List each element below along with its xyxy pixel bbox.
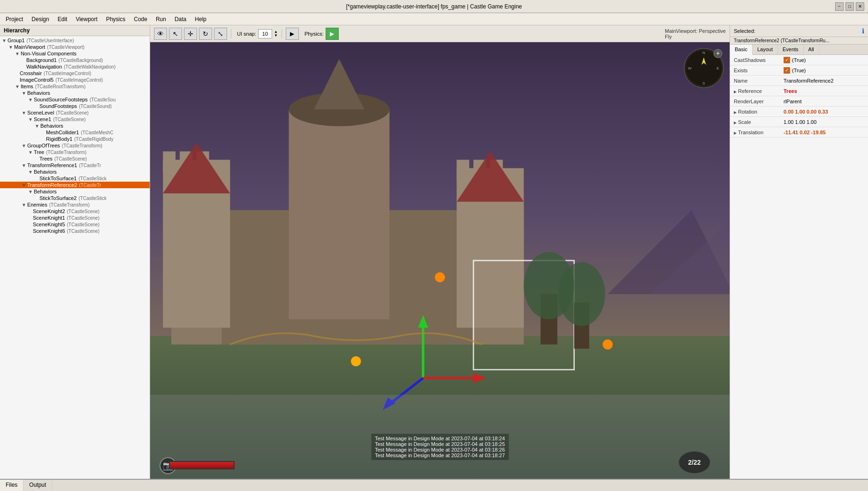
tree-item-behaviors4[interactable]: ▼ Behaviors bbox=[0, 188, 150, 195]
selected-label: Selected: bbox=[734, 28, 755, 34]
prop-value-name[interactable]: TransformReference2 bbox=[782, 77, 868, 84]
tree-item-sceneknight2[interactable]: SceneKnight2 (TCastleScene) bbox=[0, 208, 150, 215]
tree-label-items: Items bbox=[21, 84, 33, 89]
prop-value-exists[interactable]: ✓(True) bbox=[782, 66, 868, 75]
menu-help[interactable]: Help bbox=[191, 15, 210, 23]
tree-type-sceneknight1: (TCastleScene) bbox=[67, 215, 99, 221]
rotate-button[interactable]: ↻ bbox=[199, 28, 212, 40]
scale-button[interactable]: ⤡ bbox=[214, 28, 227, 40]
tree-item-imagecontrol5[interactable]: ImageControl5 (TCastleImageControl) bbox=[0, 77, 150, 83]
menu-edit[interactable]: Edit bbox=[54, 15, 71, 23]
tree-type-tree: (TCastleTransform) bbox=[46, 150, 86, 155]
cursor-button[interactable]: ↖ bbox=[169, 28, 182, 40]
prop-name-reference[interactable]: Reference bbox=[730, 87, 782, 95]
snap-down-arrow[interactable]: ▼ bbox=[274, 34, 278, 38]
tree-item-transformreference1[interactable]: ▼ TransformReference1 (TCastleTr bbox=[0, 162, 150, 169]
move-button[interactable]: ✛ bbox=[184, 28, 197, 40]
menu-data[interactable]: Data bbox=[171, 15, 190, 23]
main-layout: Hierarchy ▼ Group1 (TCastleUserInterface… bbox=[0, 25, 868, 479]
tree-item-groupoftrees[interactable]: ▼ GroupOfTrees (TCastleTransform) bbox=[0, 142, 150, 149]
tree-label-sceneknight1: SceneKnight1 bbox=[33, 215, 65, 221]
prop-name-translation[interactable]: Translation bbox=[730, 129, 782, 136]
tree-item-walknavigation[interactable]: WalkNavigation (TCastleWalkNavigation) bbox=[0, 63, 150, 70]
menu-code[interactable]: Code bbox=[130, 15, 151, 23]
prop-value-renderlayer[interactable]: rlParent bbox=[782, 98, 868, 105]
tree-arrow-nonvisual: ▼ bbox=[15, 51, 20, 56]
tree-type-enemies: (TCastleTransform) bbox=[49, 202, 90, 207]
tab-files[interactable]: Files bbox=[0, 480, 23, 491]
prop-value-rotation[interactable]: 0.00 1.00 0.00 0.33 bbox=[782, 108, 868, 115]
tree-item-sceneknight1[interactable]: SceneKnight1 (TCastleScene) bbox=[0, 215, 150, 221]
hud-ammo: 2/22 bbox=[678, 451, 711, 474]
prop-value-scale[interactable]: 1.00 1.00 1.00 bbox=[782, 118, 868, 126]
play-button[interactable]: ▶ bbox=[286, 28, 299, 40]
tree-item-stickosurface2[interactable]: StickToSurface2 (TCastleStick bbox=[0, 195, 150, 201]
tree-item-background1[interactable]: Background1 (TCastleBackground) bbox=[0, 57, 150, 63]
tab-events[interactable]: Events bbox=[778, 45, 804, 54]
tree-item-behaviors[interactable]: ▼ Behaviors bbox=[0, 90, 150, 96]
tree-label-crosshair: Crosshair bbox=[20, 70, 42, 76]
hierarchy-tree[interactable]: ▼ Group1 (TCastleUserInterface) ▼ MainVi… bbox=[0, 36, 150, 479]
tree-label-stickosurface2: StickToSurface2 bbox=[39, 195, 76, 201]
tree-item-meshcollider1[interactable]: MeshCollider1 (TCastleMeshC bbox=[0, 129, 150, 136]
checkbox-exists[interactable]: ✓ bbox=[784, 67, 790, 74]
checkbox-castshadows[interactable]: ✓ bbox=[784, 57, 790, 63]
tab-all[interactable]: All bbox=[804, 45, 819, 54]
tree-item-enemies[interactable]: ▼ Enemies (TCastleTransform) bbox=[0, 201, 150, 208]
menu-project[interactable]: Project bbox=[2, 15, 27, 23]
tree-item-soundfootsteps[interactable]: SoundFootsteps (TCastleSound) bbox=[0, 103, 150, 109]
tree-item-sceneknight6[interactable]: SceneKnight6 (TCastleScene) bbox=[0, 228, 150, 234]
tree-label-background1: Background1 bbox=[26, 57, 57, 63]
tab-output[interactable]: Output bbox=[23, 480, 52, 491]
tree-item-tree[interactable]: ▼ Tree (TCastleTransform) bbox=[0, 149, 150, 155]
prop-name-scale[interactable]: Scale bbox=[730, 118, 782, 126]
prop-translation: Translation -11.41 0.02 -19.85 bbox=[730, 127, 868, 138]
tree-item-nonvisual[interactable]: ▼ Non-Visual Components bbox=[0, 50, 150, 57]
tree-label-sceneknight5: SceneKnight5 bbox=[33, 222, 65, 227]
minimize-button[interactable]: − bbox=[835, 2, 844, 11]
tree-item-behaviors3[interactable]: ▼ Behaviors bbox=[0, 169, 150, 175]
tree-item-items[interactable]: ▼ Items (TCastleRootTransform) bbox=[0, 83, 150, 90]
viewport-info: MainViewport: Perspective Fly bbox=[665, 28, 726, 39]
tree-item-behaviors2[interactable]: ▼ Behaviors bbox=[0, 123, 150, 129]
tree-item-soundsourcefootsteps[interactable]: ▼ SoundSourceFootsteps (TCastleSou bbox=[0, 96, 150, 103]
tree-item-scene1[interactable]: ▼ Scene1 (TCastleScene) bbox=[0, 116, 150, 123]
gizmo-compass: N E S W + bbox=[683, 47, 725, 89]
tree-label-nonvisual: Non-Visual Components bbox=[21, 51, 76, 56]
prop-value-reference[interactable]: Trees bbox=[782, 87, 868, 95]
prop-name-rotation[interactable]: Rotation bbox=[730, 108, 782, 115]
prop-renderlayer: RenderLayer rlParent bbox=[730, 96, 868, 107]
physics-play-button[interactable]: ▶ bbox=[326, 28, 339, 40]
tree-item-mainviewport[interactable]: ▼ MainViewport (TCastleViewport) bbox=[0, 44, 150, 50]
eye-button[interactable]: 👁 bbox=[154, 28, 167, 40]
tree-item-stickosurface1[interactable]: StickToSurface1 (TCastleStick bbox=[0, 175, 150, 182]
tree-item-trees[interactable]: Trees (TCastleScene) bbox=[0, 155, 150, 162]
tree-label-rigidbody1: RigidBody1 bbox=[46, 136, 72, 142]
tree-item-rigidbody1[interactable]: RigidBody1 (TCastleRigidBody bbox=[0, 136, 150, 142]
prop-value-translation[interactable]: -11.41 0.02 -19.85 bbox=[782, 129, 868, 136]
ui-snap-input[interactable] bbox=[258, 29, 272, 38]
menu-run[interactable]: Run bbox=[152, 15, 170, 23]
close-button[interactable]: ✕ bbox=[856, 2, 864, 11]
tree-item-transformreference2[interactable]: ▼ TransformReference2 (TCastleTr bbox=[0, 182, 150, 188]
menu-viewport[interactable]: Viewport bbox=[72, 15, 101, 23]
maximize-button[interactable]: □ bbox=[845, 2, 854, 11]
prop-name-castshadows: CastShadows bbox=[730, 56, 782, 64]
tree-item-sceneknight5[interactable]: SceneKnight5 (TCastleScene) bbox=[0, 221, 150, 228]
tree-arrow-transformreference2: ▼ bbox=[22, 183, 26, 188]
gizmo-svg: N E S W + bbox=[683, 47, 725, 89]
viewport[interactable]: FPS: xxx bbox=[150, 42, 730, 479]
prop-value-castshadows[interactable]: ✓(True) bbox=[782, 56, 868, 64]
tree-arrow-mainviewport: ▼ bbox=[8, 45, 13, 50]
tree-arrow-enemies: ▼ bbox=[22, 202, 26, 207]
tree-arrow-behaviors2: ▼ bbox=[35, 123, 39, 129]
tab-basic[interactable]: Basic bbox=[730, 45, 753, 55]
tab-layout[interactable]: Layout bbox=[753, 45, 778, 54]
tree-item-group1[interactable]: ▼ Group1 (TCastleUserInterface) bbox=[0, 37, 150, 44]
tree-type-mainviewport: (TCastleViewport) bbox=[47, 45, 84, 50]
tree-item-crosshair[interactable]: Crosshair (TCastleImageControl) bbox=[0, 70, 150, 77]
menu-design[interactable]: Design bbox=[28, 15, 53, 23]
tree-item-scenelevel[interactable]: ▼ SceneLevel (TCastleScene) bbox=[0, 109, 150, 116]
svg-rect-12 bbox=[163, 152, 175, 173]
menu-physics[interactable]: Physics bbox=[102, 15, 129, 23]
